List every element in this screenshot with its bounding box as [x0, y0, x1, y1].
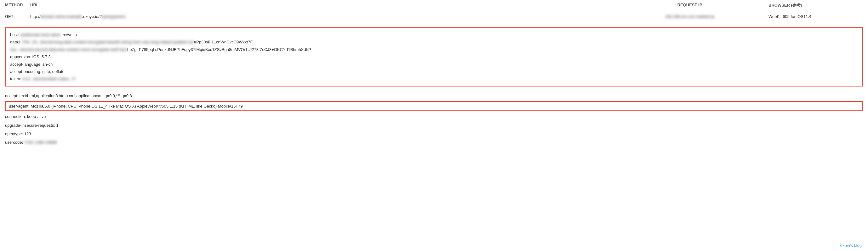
row-method: GET: [5, 14, 30, 19]
user-agent-text: user-agent: Mozilla/5.0 (iPhone; CPU iPh…: [9, 104, 243, 109]
connection-line: connection: keep-alive: [0, 112, 868, 121]
row-url: http://domain.name.example.exeye.io/?que…: [30, 14, 611, 19]
row-browser: WebKit 605 for iOS11.4: [769, 14, 863, 19]
url-prefix: http://: [30, 14, 41, 19]
host-line: host: subdomain.host.name.exeye.io: [10, 31, 858, 38]
data2-blurred: /oa;...blurred-second-data-line-content …: [10, 46, 127, 53]
header-url: URL: [30, 2, 611, 8]
footer-link[interactable]: 0xbin's blog: [840, 243, 862, 248]
detail-box-1: host: subdomain.host.name.exeye.io data1…: [5, 27, 863, 86]
accept-language-line: accept-language: zh-cn: [10, 61, 858, 68]
row-request-ip: 192.168.xxx.xxx masked ip: [611, 14, 769, 19]
data1-blurred: FW...Ck...blurred-long-data-content encr…: [23, 38, 194, 46]
upgrade-line: upgrade-insecure-requests: 1: [0, 121, 868, 130]
table-row: GET http://domain.name.example.exeye.io/…: [0, 11, 868, 22]
usercode-label: usercode:: [5, 140, 24, 145]
token-label: token:: [10, 76, 22, 81]
accept-encoding-line: accept-encoding: gzip, deflate: [10, 68, 858, 75]
data1-line: data1: FW...Ck...blurred-long-data-conte…: [10, 38, 858, 46]
table-header: METHOD URL REQUEST IP BROWSER (参考): [0, 0, 868, 11]
user-agent-box: user-agent: Mozilla/5.0 (iPhone; CPU iPh…: [5, 101, 863, 111]
url-blurred1: domain.name.example: [41, 14, 82, 19]
usercode-line: usercode: Y-NC LNM LNMM: [0, 138, 868, 147]
host-suffix: .exeye.io: [60, 32, 77, 37]
token-line: token: e:11...blurred.token.value...!!!: [10, 75, 858, 82]
header-request-ip: REQUEST IP: [611, 2, 769, 8]
usercode-blurred: Y-NC LNM LNMM: [24, 139, 57, 146]
header-browser: BROWSER (参考): [769, 2, 863, 8]
header-method: METHOD: [5, 2, 30, 8]
data2-suffix: hpZgLP785eqLsPorikdNJBPhFopy37tMqiuKxc1Z…: [127, 47, 311, 52]
token-blurred: e:11...blurred.token.value...!!!: [22, 75, 75, 82]
ip-blurred: 192.168.xxx.xxx masked ip: [665, 14, 714, 19]
host-blurred: subdomain.host.name: [20, 31, 60, 38]
opentype-line: opentype: 123: [0, 130, 868, 138]
url-blurred2: queryparams: [102, 14, 126, 19]
host-label: host:: [10, 32, 20, 37]
appversion-line: appversion: iOS_5.7.3: [10, 53, 858, 60]
url-suffix: .exeye.io/?: [82, 14, 102, 19]
accept-text: accept: text/html,application/xhtml+xml,…: [5, 94, 132, 98]
accept-line: accept: text/html,application/xhtml+xml,…: [0, 92, 868, 100]
data1-label: data1:: [10, 40, 23, 44]
data2-line: /oa;...blurred-second-data-line-content …: [10, 46, 858, 53]
data1-suffix: XPp30sPl11cnWnCvcC9Wkxt7F: [193, 40, 253, 44]
